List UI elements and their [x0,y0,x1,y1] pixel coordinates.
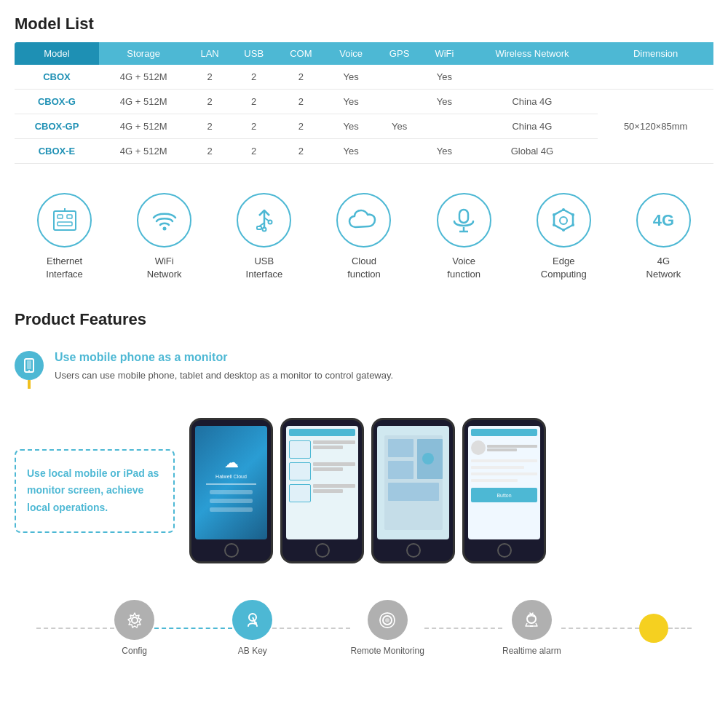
phone-mockup-2 [280,418,364,563]
svg-point-5 [162,226,166,230]
svg-rect-12 [459,210,468,223]
voice-label: Voicefunction [447,255,480,281]
svg-rect-28 [388,461,414,479]
process-step-end [639,614,668,643]
table-row: CBOX-G4G + 512M222YesYesChina 4G50×120×8… [15,90,713,114]
col-storage: Storage [99,42,188,65]
phone-mockup-3 [371,418,455,563]
phone-mockup-1: ☁ Halwell Cloud [189,418,273,563]
alarm-icon [512,600,552,640]
4g-label: 4GNetwork [646,255,681,281]
phone-home-4 [497,543,512,558]
table-row: CBOX4G + 512M222YesYes [15,65,713,90]
col-wireless: Wireless Network [467,42,598,65]
ethernet-label: EthernetInterface [46,255,83,281]
svg-marker-15 [554,210,573,230]
svg-point-22 [553,213,555,216]
remote-label: Remote Monitoring [350,646,424,656]
svg-rect-0 [54,211,76,230]
svg-point-16 [560,217,567,224]
feature-cloud: Cloudfunction [320,193,408,281]
phone-screen-4: Button [468,426,540,539]
svg-rect-24 [27,360,31,369]
svg-point-19 [571,223,574,226]
col-usb: USB [232,42,277,65]
wifi-icon [137,193,191,248]
features-icons: EthernetInterface WiFiNetwork [15,186,713,288]
config-label: Config [122,646,147,656]
page-content: Model List Model Storage LAN USB COM Voi… [0,0,728,685]
svg-point-21 [553,223,555,226]
svg-rect-29 [388,483,439,501]
remote-icon [368,600,408,640]
phone-screen-3 [377,426,449,539]
mobile-monitor-text: Use mobile phone as a monitor Users can … [55,351,393,384]
svg-rect-2 [67,215,72,218]
svg-point-18 [571,213,574,216]
feature-usb: USBInterface [221,193,308,281]
feature-voice: Voicefunction [420,193,507,281]
col-gps: GPS [376,42,422,65]
end-dot [639,614,668,643]
process-step-alarm: Realtime alarm [502,600,561,656]
feature-ethernet: EthernetInterface [21,193,108,281]
svg-rect-1 [58,215,63,218]
svg-rect-3 [58,222,72,226]
line-2 [272,628,350,629]
svg-point-11 [262,227,266,231]
mobile-monitor-title: Use mobile phone as a monitor [55,351,393,364]
feature-wifi: WiFiNetwork [121,193,208,281]
4g-icon: 4G [636,193,691,248]
process-step-config: Config [114,600,154,656]
mobile-phone-icon [15,351,44,380]
svg-point-31 [422,453,434,464]
phone-home-2 [315,543,330,558]
process-steps: Config AB Key [15,585,713,670]
line-end [668,628,692,629]
svg-point-8 [268,220,272,223]
abkey-label: AB Key [238,646,267,656]
phone-images: ☁ Halwell Cloud [189,418,546,563]
local-monitor-text-box: Use local mobile or iPad as monitor scre… [15,449,175,533]
phone-screen-1: ☁ Halwell Cloud [195,426,267,539]
line-3 [424,628,502,629]
col-voice: Voice [325,42,376,65]
local-monitor-section: Use local mobile or iPad as monitor scre… [15,418,713,563]
cloud-screen-icon: ☁ [224,454,239,471]
process-step-remote: Remote Monitoring [350,600,424,656]
screen-app-text-1: Halwell Cloud [215,474,247,479]
usb-label: USBInterface [246,255,283,281]
model-cell: CBOX-G [15,90,99,114]
svg-point-17 [562,208,565,211]
phone-screen-2 [286,426,358,539]
mobile-monitor-description: Users can use mobile phone, tablet and d… [55,368,393,384]
col-model: Model [15,42,99,65]
svg-point-25 [28,370,30,371]
usb-icon [237,193,291,248]
abkey-icon [232,600,272,640]
model-cell: CBOX-GP [15,114,99,139]
col-dimension: Dimension [598,42,713,65]
wifi-label: WiFiNetwork [147,255,182,281]
phone-mockup-4: Button [462,418,546,563]
svg-point-32 [132,617,138,623]
model-table: Model Storage LAN USB COM Voice GPS WiFi… [15,42,713,164]
edge-label: EdgeComputing [541,255,587,281]
phone-home-3 [406,543,421,558]
cloud-label: Cloudfunction [347,255,381,281]
model-list-title: Model List [15,15,713,33]
table-header-row: Model Storage LAN USB COM Voice GPS WiFi… [15,42,713,65]
mobile-monitor-section: Use mobile phone as a monitor Users can … [15,344,713,396]
edge-icon [537,193,591,248]
cloud-icon [336,193,391,248]
alarm-label: Realtime alarm [502,646,561,656]
product-features-title: Product Features [15,310,713,329]
line-start [36,628,114,629]
feature-4g: 4G 4GNetwork [620,193,707,281]
line-4 [561,628,639,629]
svg-rect-27 [388,439,414,457]
col-com: COM [277,42,326,65]
svg-point-20 [562,229,565,232]
config-icon [114,600,154,640]
process-step-abkey: AB Key [232,600,272,656]
